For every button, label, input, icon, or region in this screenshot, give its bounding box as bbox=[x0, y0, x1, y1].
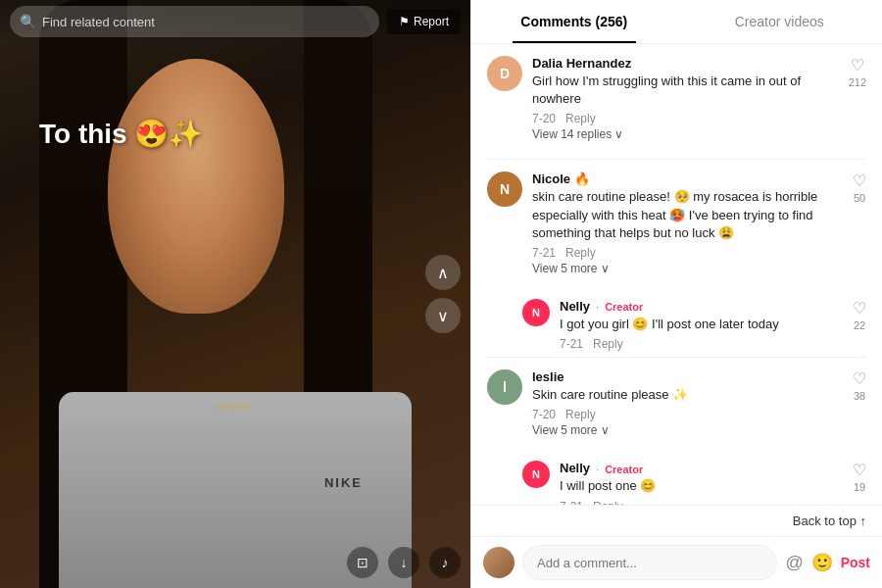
report-button[interactable]: ⚑ Report bbox=[387, 9, 461, 34]
comment-time: 7-21 bbox=[532, 246, 556, 260]
comment-input-bar: @ 🙂 Post bbox=[471, 536, 882, 588]
reply-reply-button[interactable]: Reply bbox=[593, 337, 623, 351]
reply-username: Nelly bbox=[560, 299, 590, 314]
video-top-bar: 🔍 Find related content ⚑ Report bbox=[0, 0, 470, 43]
comment-like: ♡38 bbox=[853, 369, 866, 443]
reply-like-count: 22 bbox=[854, 319, 865, 331]
comment-text: Skin care routine please ✨ bbox=[532, 386, 843, 404]
nav-down-button[interactable]: ∨ bbox=[425, 298, 461, 333]
tab-creator-videos[interactable]: Creator videos bbox=[677, 0, 883, 43]
reply-like: ♡22 bbox=[853, 299, 866, 351]
creator-badge: Creator bbox=[605, 301, 643, 313]
comment-avatar: l bbox=[487, 369, 522, 405]
report-label: Report bbox=[414, 15, 449, 28]
flag-icon: ⚑ bbox=[399, 15, 410, 28]
chevron-down-icon: ∨ bbox=[437, 307, 449, 325]
reply-text: I will post one 😊 bbox=[560, 477, 843, 495]
comment-reply-button[interactable]: Reply bbox=[565, 408, 596, 421]
reply-time: 7-21 bbox=[560, 337, 583, 351]
comment-item: DDalia HernandezGirl how I'm struggling … bbox=[471, 44, 882, 159]
comment-input-icons: @ 🙂 bbox=[785, 552, 832, 573]
download-icon-button[interactable]: ↓ bbox=[388, 547, 419, 578]
video-bottom-icons: ⊡ ↓ ♪ bbox=[347, 547, 461, 578]
comment-like: ♡212 bbox=[849, 56, 866, 147]
comments-list: DDalia HernandezGirl how I'm struggling … bbox=[471, 44, 882, 505]
current-user-avatar bbox=[483, 547, 514, 578]
comment-text: skin care routine please! 🥺 my rosacea i… bbox=[532, 188, 843, 242]
video-panel: NIKE Nelly To this 😍✨ 🔍 Find related con… bbox=[0, 0, 470, 588]
view-replies-button[interactable]: View 14 replies ∨ bbox=[532, 125, 624, 147]
chevron-up-icon: ∧ bbox=[437, 264, 449, 282]
comment-body: Dalia HernandezGirl how I'm struggling w… bbox=[532, 56, 839, 147]
comment-time: 7-20 bbox=[532, 112, 556, 125]
reply-body: Nelly·CreatorI got you girl 😊 I'll post … bbox=[560, 299, 843, 351]
view-replies-button[interactable]: View 5 more ∨ bbox=[532, 421, 610, 443]
reply-item: NNelly·CreatorI will post one 😊7-21Reply… bbox=[471, 455, 882, 505]
share-icon-button[interactable]: ⊡ bbox=[347, 547, 378, 578]
comment-username: leslie bbox=[532, 369, 843, 384]
heart-icon[interactable]: ♡ bbox=[853, 299, 866, 318]
reply-like: ♡19 bbox=[853, 461, 866, 505]
tabs-header: Comments (256) Creator videos bbox=[471, 0, 882, 44]
emoji-icon-button[interactable]: 🙂 bbox=[811, 552, 833, 573]
search-placeholder: Find related content bbox=[42, 15, 155, 29]
comments-panel: Comments (256) Creator videos DDalia Her… bbox=[470, 0, 882, 588]
heart-icon[interactable]: ♡ bbox=[853, 369, 866, 388]
heart-icon[interactable]: ♡ bbox=[853, 461, 866, 479]
comment-username: Dalia Hernandez bbox=[532, 56, 839, 71]
tab-comments[interactable]: Comments (256) bbox=[471, 0, 677, 43]
reply-meta: 7-21Reply bbox=[560, 337, 843, 351]
reply-like-count: 19 bbox=[854, 481, 865, 493]
comment-reply-button[interactable]: Reply bbox=[565, 112, 596, 125]
comment-time: 7-20 bbox=[532, 408, 556, 421]
reply-item: NNelly·CreatorI got you girl 😊 I'll post… bbox=[471, 293, 882, 357]
back-to-top-label: Back to top ↑ bbox=[793, 514, 866, 528]
like-count: 38 bbox=[854, 390, 865, 402]
comment-meta: 7-20Reply bbox=[532, 112, 839, 125]
comment-avatar: N bbox=[487, 172, 522, 207]
creator-badge: Creator bbox=[605, 464, 643, 475]
nav-up-button[interactable]: ∧ bbox=[425, 255, 461, 290]
comment-item: NNicole 🔥skin care routine please! 🥺 my … bbox=[471, 160, 882, 293]
comment-meta: 7-20Reply bbox=[532, 408, 843, 421]
comment-like: ♡50 bbox=[853, 172, 866, 281]
reply-avatar: N bbox=[522, 299, 550, 326]
comment-input[interactable] bbox=[522, 545, 777, 580]
back-to-top-button[interactable]: Back to top ↑ bbox=[793, 514, 866, 528]
like-count: 212 bbox=[849, 76, 866, 88]
comment-body: Nicole 🔥skin care routine please! 🥺 my r… bbox=[532, 172, 843, 281]
like-count: 50 bbox=[854, 192, 865, 204]
heart-icon[interactable]: ♡ bbox=[853, 172, 866, 190]
reply-avatar: N bbox=[522, 461, 550, 488]
search-bar[interactable]: 🔍 Find related content bbox=[10, 6, 379, 37]
post-button[interactable]: Post bbox=[841, 555, 870, 570]
back-to-top-bar: Back to top ↑ bbox=[471, 505, 882, 536]
reply-username: Nelly bbox=[560, 461, 590, 475]
nav-arrows: ∧ ∨ bbox=[425, 255, 461, 333]
comment-meta: 7-21Reply bbox=[532, 246, 843, 260]
comment-reply-button[interactable]: Reply bbox=[565, 246, 596, 260]
view-replies-button[interactable]: View 5 more ∨ bbox=[532, 260, 610, 281]
comment-avatar: D bbox=[487, 56, 522, 91]
comment-username: Nicole 🔥 bbox=[532, 172, 843, 186]
video-overlay-text: To this 😍✨ bbox=[39, 118, 203, 150]
comment-text: Girl how I'm struggling with this it cam… bbox=[532, 73, 839, 108]
mention-icon-button[interactable]: @ bbox=[785, 553, 803, 573]
reply-body: Nelly·CreatorI will post one 😊7-21Reply bbox=[560, 461, 843, 505]
comment-item: lleslieSkin care routine please ✨7-20Rep… bbox=[471, 358, 882, 455]
heart-icon[interactable]: ♡ bbox=[851, 56, 864, 74]
search-icon: 🔍 bbox=[20, 14, 36, 29]
reply-text: I got you girl 😊 I'll post one later tod… bbox=[560, 316, 843, 333]
comment-body: leslieSkin care routine please ✨7-20Repl… bbox=[532, 369, 843, 443]
volume-icon-button[interactable]: ♪ bbox=[429, 547, 461, 578]
